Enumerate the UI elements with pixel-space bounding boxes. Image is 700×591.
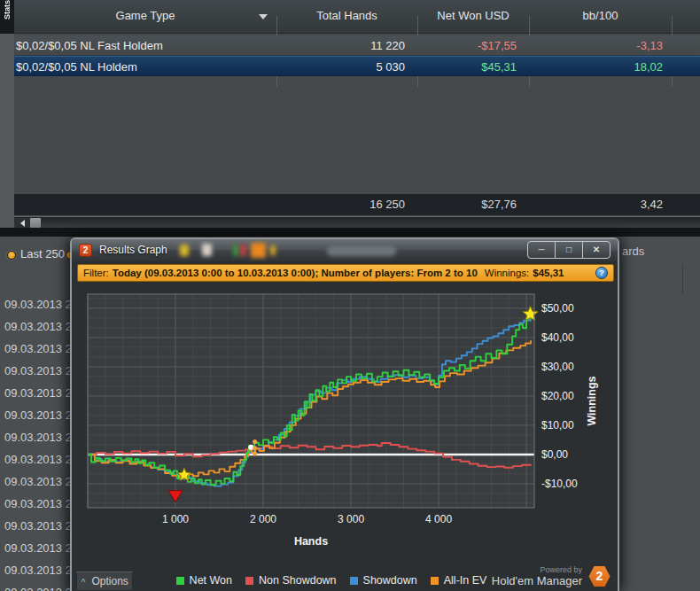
- date-row[interactable]: 09.03.2013 2: [4, 404, 72, 426]
- winnings-value: $45,31: [533, 268, 564, 278]
- cell-game-type: $0,02/$0,05 NL Holdem: [16, 57, 273, 75]
- net-won-swatch-icon: [176, 577, 184, 585]
- application-window: Stats Game Type Total Hands Net Won USD …: [0, 0, 700, 591]
- svg-text:$0,00: $0,00: [541, 448, 568, 461]
- date-row[interactable]: 09.03.2013 2: [4, 293, 72, 315]
- stats-side-tab-label: Stats: [0, 0, 12, 21]
- svg-text:4 000: 4 000: [425, 513, 452, 525]
- date-row[interactable]: 09.03.2013 2: [4, 448, 72, 470]
- date-row[interactable]: 09.03.2013 2: [4, 470, 72, 493]
- svg-text:$20,00: $20,00: [541, 390, 574, 402]
- legend-item-allin-ev[interactable]: All-In EV: [431, 574, 487, 587]
- stats-side-tab[interactable]: Stats: [0, 0, 14, 34]
- dropdown-icon[interactable]: [259, 14, 268, 19]
- cell-total-hands: 11 220: [276, 35, 405, 55]
- cell-game-type: $0,02/$0,05 NL Fast Holdem: [16, 35, 273, 55]
- blurred-title-text: [327, 246, 396, 256]
- results-graph-window: 2 Results Graph ─ □ ✕ Filter: Today (09.…: [70, 237, 619, 591]
- column-header-game-type[interactable]: Game Type: [14, 0, 276, 34]
- maximize-button[interactable]: □: [556, 242, 583, 258]
- column-header-bb100[interactable]: bb/100: [529, 0, 672, 34]
- svg-text:$50,00: $50,00: [541, 302, 574, 315]
- legend-label: Net Won: [190, 574, 232, 587]
- column-header-total-hands[interactable]: Total Hands: [276, 0, 417, 34]
- window-title: Results Graph: [99, 244, 167, 256]
- legend-label: Non Showdown: [259, 574, 337, 587]
- horizontal-scrollbar[interactable]: [14, 216, 700, 228]
- stats-table: Game Type Total Hands Net Won USD bb/100…: [14, 0, 700, 229]
- winnings-label: Winnings:: [485, 268, 530, 278]
- hm2-app-icon: 2: [79, 244, 92, 257]
- date-row[interactable]: 09.03.2013 2: [4, 315, 72, 338]
- date-row[interactable]: 09.03.2013 2: [4, 426, 72, 448]
- column-header-net-won[interactable]: Net Won USD: [417, 0, 529, 34]
- totals-net-won: $27,76: [417, 194, 517, 215]
- date-row[interactable]: 09.03.2013 2: [4, 338, 72, 360]
- help-icon[interactable]: ?: [595, 267, 608, 279]
- last250-label[interactable]: Last 250: [20, 247, 65, 261]
- clipped-tab-text: ards: [622, 245, 644, 258]
- date-row[interactable]: 09.03.2013 2: [4, 382, 72, 404]
- svg-text:3 000: 3 000: [338, 513, 364, 525]
- close-button[interactable]: ✕: [583, 242, 610, 258]
- table-row-holdem-selected[interactable]: $0,02/$0,05 NL Holdem 5 030 $45,31 18,02: [14, 56, 700, 76]
- date-row[interactable]: 09.03.2013 2: [4, 360, 72, 382]
- minimize-button[interactable]: ─: [528, 242, 556, 258]
- stats-table-header: Game Type Total Hands Net Won USD bb/100: [14, 0, 700, 34]
- results-chart: $50,00$40,00$30,00$20,00$10,00$0,00-$10,…: [77, 291, 617, 558]
- column-header-game-type-label: Game Type: [116, 9, 175, 22]
- date-row[interactable]: 09.03.2013 2: [4, 515, 72, 537]
- date-row[interactable]: 09.03.2013 2: [4, 493, 72, 515]
- filter-bar: Filter: Today (09.03.2013 0:00 to 10.03.…: [77, 264, 614, 282]
- options-button[interactable]: ^ Options: [76, 572, 133, 591]
- legend-item-net-won[interactable]: Net Won: [176, 574, 232, 587]
- chevron-up-icon: ^: [81, 577, 85, 586]
- cell-net-won: $45,31: [417, 57, 517, 75]
- options-button-label: Options: [91, 575, 128, 587]
- blurred-toolbar-icon: [202, 244, 212, 256]
- allin-ev-swatch-icon: [431, 577, 439, 585]
- date-row[interactable]: 09.03.2013 2: [4, 559, 72, 581]
- svg-text:2 000: 2 000: [250, 513, 276, 525]
- left-margin-strip: [0, 34, 14, 229]
- brand-name: Hold'em Manager: [492, 574, 582, 587]
- blurred-toolbar-icon: [233, 245, 239, 256]
- non-showdown-swatch-icon: [245, 577, 253, 585]
- svg-text:1 000: 1 000: [162, 513, 189, 525]
- scroll-left-button[interactable]: [15, 218, 29, 228]
- cell-total-hands: 5 030: [276, 57, 405, 75]
- legend-item-non-showdown[interactable]: Non Showdown: [245, 574, 337, 587]
- filter-text: Today (09.03.2013 0:00 to 10.03.2013 0:0…: [113, 268, 478, 278]
- toolbar-divider: [682, 264, 683, 293]
- blurred-toolbar-icon: [180, 245, 189, 256]
- scroll-left-icon: [20, 220, 25, 227]
- svg-text:-$10,00: -$10,00: [541, 478, 578, 490]
- chart-legend: Net Won Non Showdown Showdown All-In EV: [143, 574, 520, 587]
- totals-row: 16 250 $27,76 3,42: [14, 194, 700, 215]
- scrollbar-thumb[interactable]: [30, 218, 41, 228]
- totals-bb100: 3,42: [529, 194, 663, 215]
- filter-label: Filter:: [83, 268, 109, 278]
- date-list: 09.03.2013 209.03.2013 209.03.2013 209.0…: [4, 293, 72, 591]
- date-row[interactable]: 09.03.2013 2: [4, 581, 72, 591]
- svg-text:$40,00: $40,00: [541, 331, 574, 344]
- blurred-toolbar-icon: [251, 243, 266, 258]
- hm2-logo-icon: 2: [588, 565, 611, 587]
- panel-separator: [0, 228, 700, 237]
- blurred-toolbar-icon: [270, 245, 276, 255]
- svg-text:$30,00: $30,00: [541, 361, 574, 373]
- svg-text:Hands: Hands: [294, 535, 328, 548]
- results-graph-titlebar[interactable]: 2 Results Graph ─ □ ✕: [72, 239, 618, 261]
- date-row[interactable]: 09.03.2013 2: [4, 537, 72, 559]
- blurred-toolbar-icon: [240, 245, 246, 256]
- table-row-fast-holdem[interactable]: $0,02/$0,05 NL Fast Holdem 11 220 -$17,5…: [14, 35, 700, 56]
- cell-net-won: -$17,55: [417, 35, 517, 55]
- cell-bb100: -3,13: [529, 35, 663, 55]
- powered-by-label: Powered by: [492, 565, 582, 574]
- legend-item-showdown[interactable]: Showdown: [350, 574, 417, 587]
- last250-radio[interactable]: [7, 251, 16, 260]
- showdown-swatch-icon: [350, 577, 358, 585]
- window-controls: ─ □ ✕: [527, 241, 611, 259]
- cell-bb100: 18,02: [529, 57, 663, 75]
- svg-text:$10,00: $10,00: [541, 419, 574, 432]
